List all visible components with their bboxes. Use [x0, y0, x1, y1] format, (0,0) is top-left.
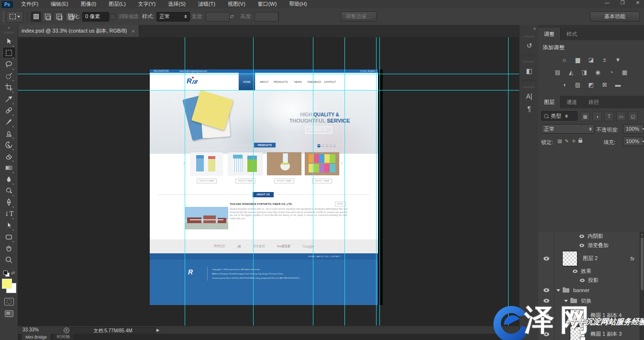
- photo-filter-icon[interactable]: ◨: [578, 68, 591, 76]
- character-panel-button[interactable]: A|: [522, 90, 536, 102]
- tab-close-icon[interactable]: ×: [132, 28, 134, 34]
- lock-transparency-icon[interactable]: ▨: [557, 138, 562, 144]
- guide-vertical[interactable]: [508, 37, 509, 326]
- brush-tool[interactable]: [2, 116, 16, 127]
- group-expand-icon[interactable]: [564, 300, 568, 302]
- toolbar-grip[interactable]: [4, 32, 14, 34]
- properties-panel-button[interactable]: ◧: [522, 65, 536, 77]
- guide-vertical[interactable]: [313, 37, 313, 326]
- eyedropper-tool[interactable]: [2, 93, 16, 104]
- workspace-switcher-button[interactable]: 基本功能: [590, 11, 640, 22]
- lock-position-icon[interactable]: ✛: [572, 138, 576, 144]
- menu-edit[interactable]: 编辑(E): [44, 0, 75, 8]
- spot-healing-brush-tool[interactable]: [2, 104, 16, 116]
- menu-file[interactable]: 文件(F): [15, 0, 44, 8]
- visibility-eye-icon[interactable]: [580, 279, 585, 282]
- layers-scrollbar[interactable]: ▲: [640, 232, 644, 340]
- toolbar-collapse-icon[interactable]: »: [8, 25, 10, 31]
- zoom-level-field[interactable]: 33.33%: [22, 327, 39, 332]
- eraser-tool[interactable]: [2, 150, 16, 162]
- close-icon[interactable]: ✕: [634, 0, 641, 5]
- layer-row-effect[interactable]: 内阴影: [538, 232, 640, 241]
- status-flyout-icon[interactable]: ▶: [156, 328, 159, 332]
- menu-image[interactable]: 图像(I): [75, 0, 102, 8]
- layer-row[interactable]: 椭圆 1 副本 4: [538, 306, 640, 325]
- crop-tool[interactable]: [2, 81, 16, 93]
- menu-layer[interactable]: 图层(L): [102, 0, 132, 8]
- guide-vertical[interactable]: [376, 37, 377, 326]
- document-info-field[interactable]: 文档:5.77M/85.4M: [70, 327, 155, 334]
- menu-window[interactable]: 窗口(W): [252, 0, 283, 8]
- minimize-icon[interactable]: —: [604, 0, 611, 5]
- path-selection-tool[interactable]: [2, 219, 16, 231]
- menu-type[interactable]: 文字(Y): [132, 0, 162, 8]
- style-select[interactable]: 正常: [156, 12, 190, 22]
- refine-edge-button[interactable]: 调整边缘…: [341, 11, 377, 22]
- layer-thumbnail[interactable]: [570, 308, 585, 323]
- shape-tool[interactable]: [2, 231, 16, 242]
- color-balance-icon[interactable]: ▤: [552, 68, 564, 76]
- filter-shape-layers-icon[interactable]: ▭: [616, 112, 626, 121]
- hand-tool[interactable]: [2, 242, 16, 254]
- swap-dimensions-icon[interactable]: ⇄: [230, 13, 234, 20]
- visibility-eye-icon[interactable]: [573, 270, 577, 273]
- tab-channels[interactable]: 通道: [561, 96, 583, 108]
- gradient-map-icon[interactable]: ▬: [612, 80, 624, 89]
- tab-adjustments[interactable]: 调整: [538, 28, 561, 40]
- rectangular-marquee-tool[interactable]: [2, 47, 16, 58]
- guide-vertical[interactable]: [253, 37, 254, 326]
- move-tool[interactable]: [2, 35, 16, 47]
- selection-mode-subtract-button[interactable]: [54, 11, 64, 22]
- canvas[interactable]: 0512-82907625 sara.xu@rongwengroup.com 中…: [18, 37, 519, 326]
- visibility-eye-icon[interactable]: [544, 314, 549, 317]
- levels-icon[interactable]: ▆: [572, 56, 584, 64]
- scrollbar-thumb[interactable]: [641, 238, 644, 290]
- default-colors-icon[interactable]: [3, 271, 8, 275]
- tool-preset-picker[interactable]: [6, 11, 23, 23]
- visibility-eye-icon[interactable]: [579, 244, 584, 247]
- filter-image-layers-icon[interactable]: ▦: [580, 112, 590, 121]
- antialias-checkbox[interactable]: [110, 14, 116, 20]
- screen-mode-button[interactable]: [5, 310, 13, 317]
- tab-paths[interactable]: 路径: [583, 96, 605, 108]
- visibility-eye-icon[interactable]: [544, 332, 549, 336]
- guide-vertical[interactable]: [344, 37, 345, 326]
- fill-value[interactable]: 100%: [623, 136, 644, 146]
- tab-timeline[interactable]: 时间轴: [53, 334, 74, 340]
- clone-stamp-tool[interactable]: [2, 127, 16, 139]
- layer-thumbnail[interactable]: [562, 251, 577, 266]
- opacity-value[interactable]: 100%: [623, 124, 644, 134]
- options-grip[interactable]: [2, 11, 5, 22]
- filter-smart-object-icon[interactable]: ◱: [628, 112, 638, 121]
- vibrance-icon[interactable]: ▼: [612, 56, 624, 64]
- lock-all-icon[interactable]: [578, 140, 582, 143]
- width-input[interactable]: [206, 12, 230, 22]
- history-brush-tool[interactable]: [2, 139, 16, 150]
- blend-mode-select[interactable]: 正常: [541, 124, 595, 134]
- pen-tool[interactable]: [2, 196, 16, 208]
- pattern-icon[interactable]: ▦: [619, 68, 631, 76]
- channel-mixer-icon[interactable]: ◉: [592, 68, 604, 76]
- gradient-tool[interactable]: [2, 162, 16, 173]
- curves-icon[interactable]: ◪: [585, 56, 598, 64]
- swap-colors-icon[interactable]: ⇄: [11, 270, 15, 275]
- history-panel-button[interactable]: ↺: [522, 39, 536, 52]
- scroll-up-icon[interactable]: ▲: [640, 232, 644, 237]
- group-expand-icon[interactable]: [556, 289, 560, 292]
- visibility-eye-icon[interactable]: [544, 257, 549, 261]
- exposure-icon[interactable]: ±: [599, 56, 611, 64]
- layer-row-effect[interactable]: 渐变叠加: [538, 241, 640, 250]
- guide-horizontal[interactable]: [18, 90, 519, 91]
- tab-layers[interactable]: 图层: [538, 96, 561, 108]
- quick-selection-tool[interactable]: [2, 70, 16, 81]
- fx-badge[interactable]: fx: [630, 256, 634, 261]
- visibility-eye-icon[interactable]: [544, 299, 549, 303]
- selection-mode-add-button[interactable]: [42, 11, 53, 22]
- menu-filter[interactable]: 滤镜(T): [192, 0, 222, 8]
- paragraph-panel-button[interactable]: ¶: [522, 102, 536, 115]
- brightness-contrast-icon[interactable]: ☼: [558, 56, 571, 64]
- threshold-icon[interactable]: ◩: [585, 80, 598, 89]
- type-tool[interactable]: ↓T: [2, 208, 16, 219]
- layer-row[interactable]: 图层 2 fx: [538, 250, 640, 267]
- black-white-icon[interactable]: ◭: [565, 68, 577, 76]
